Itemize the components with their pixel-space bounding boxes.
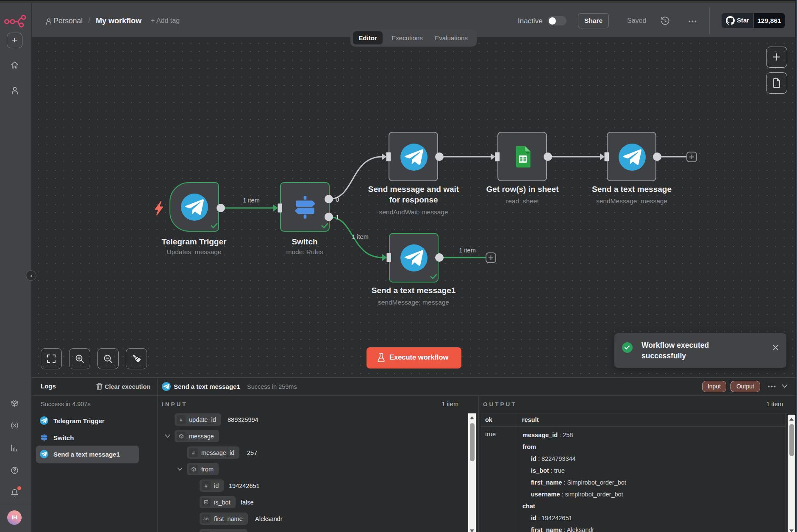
svg-text:1 item: 1 item [459, 247, 476, 254]
svg-text:1 item: 1 item [352, 233, 369, 240]
svg-text:0: 0 [336, 196, 339, 203]
svg-text:1: 1 [336, 213, 339, 221]
svg-text:1 item: 1 item [243, 197, 260, 204]
